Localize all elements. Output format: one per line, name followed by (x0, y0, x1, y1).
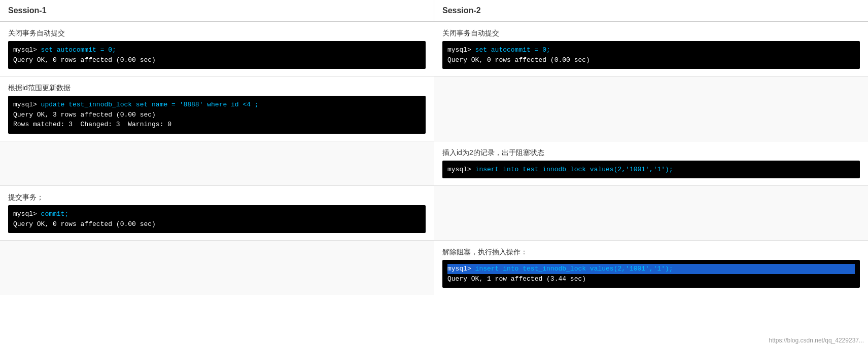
cell-label: 解除阻塞，执行插入操作： (442, 248, 860, 257)
session1-cell: 根据id范围更新数据mysql> update test_innodb_lock… (0, 76, 434, 141)
session2-header: Session-2 (434, 0, 868, 21)
cell-label: 关闭事务自动提交 (8, 29, 426, 38)
session1-cell (0, 141, 434, 186)
terminal-line: mysql> update test_innodb_lock set name … (13, 100, 421, 110)
terminal-line: mysql> set autocommit = 0; (13, 45, 421, 55)
session1-cell: 关闭事务自动提交mysql> set autocommit = 0;Query … (0, 22, 434, 76)
terminal-line: Query OK, 3 rows affected (0.00 sec) (13, 110, 421, 120)
terminal-line: mysql> set autocommit = 0; (447, 45, 855, 55)
terminal-block: mysql> commit;Query OK, 0 rows affected … (8, 205, 426, 233)
terminal-line: mysql> insert into test_innodb_lock valu… (447, 165, 855, 175)
table-row: 解除阻塞，执行插入操作：mysql> insert into test_inno… (0, 241, 868, 295)
table-row: 插入id为2的记录，出于阻塞状态mysql> insert into test_… (0, 141, 868, 186)
table-row: 根据id范围更新数据mysql> update test_innodb_lock… (0, 76, 868, 141)
terminal-block: mysql> insert into test_innodb_lock valu… (442, 161, 860, 179)
table-row: 提交事务；mysql> commit;Query OK, 0 rows affe… (0, 186, 868, 241)
terminal-line: mysql> insert into test_innodb_lock valu… (447, 264, 855, 274)
cell-label: 关闭事务自动提交 (442, 29, 860, 38)
terminal-line: mysql> commit; (13, 209, 421, 219)
table-row: 关闭事务自动提交mysql> set autocommit = 0;Query … (0, 22, 868, 76)
session2-cell (434, 76, 868, 141)
header-row: Session-1 Session-2 (0, 0, 868, 22)
cell-label: 插入id为2的记录，出于阻塞状态 (442, 148, 860, 158)
watermark: https://blog.csdn.net/qq_4229237... (0, 335, 868, 346)
terminal-line: Query OK, 0 rows affected (0.00 sec) (13, 55, 421, 65)
main-container: Session-1 Session-2 关闭事务自动提交mysql> set a… (0, 0, 868, 346)
terminal-line: Query OK, 0 rows affected (0.00 sec) (13, 219, 421, 229)
session2-cell: 解除阻塞，执行插入操作：mysql> insert into test_inno… (434, 241, 868, 295)
terminal-line: Rows matched: 3 Changed: 3 Warnings: 0 (13, 120, 421, 130)
terminal-block: mysql> update test_innodb_lock set name … (8, 96, 426, 134)
cell-label: 根据id范围更新数据 (8, 84, 426, 93)
terminal-line: Query OK, 1 row affected (3.44 sec) (447, 274, 855, 284)
terminal-block: mysql> insert into test_innodb_lock valu… (442, 260, 860, 288)
session2-cell (434, 186, 868, 240)
terminal-block: mysql> set autocommit = 0;Query OK, 0 ro… (8, 41, 426, 69)
terminal-line: Query OK, 0 rows affected (0.00 sec) (447, 55, 855, 65)
cell-label: 提交事务； (8, 193, 426, 202)
session1-header: Session-1 (0, 0, 434, 21)
terminal-block: mysql> set autocommit = 0;Query OK, 0 ro… (442, 41, 860, 69)
session2-cell: 插入id为2的记录，出于阻塞状态mysql> insert into test_… (434, 141, 868, 186)
session1-cell: 提交事务；mysql> commit;Query OK, 0 rows affe… (0, 186, 434, 240)
session2-cell: 关闭事务自动提交mysql> set autocommit = 0;Query … (434, 22, 868, 76)
body-rows: 关闭事务自动提交mysql> set autocommit = 0;Query … (0, 22, 868, 335)
session1-cell (0, 241, 434, 295)
